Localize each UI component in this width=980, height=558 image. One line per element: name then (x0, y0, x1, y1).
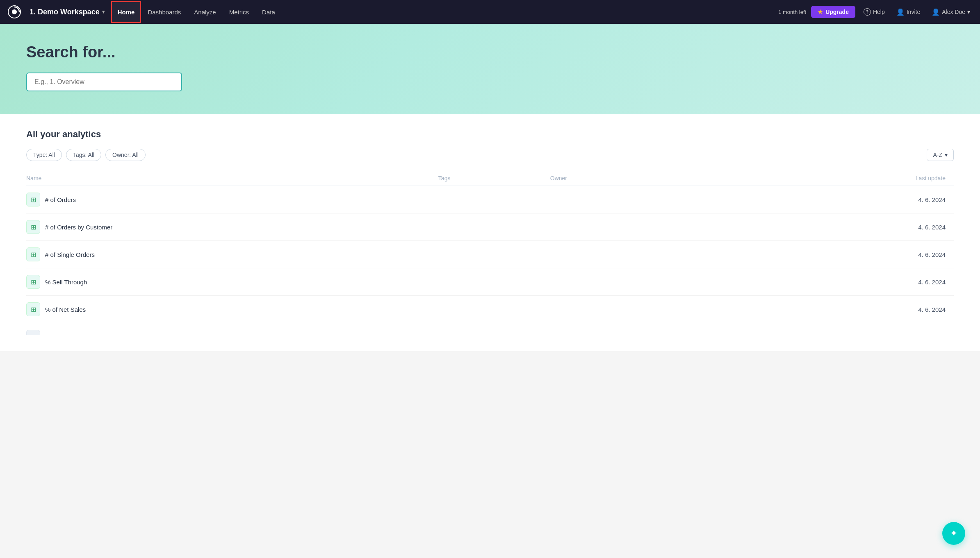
fab-icon: ✦ (950, 528, 957, 539)
nav-analyze[interactable]: Analyze (187, 1, 222, 23)
upgrade-button[interactable]: ★ Upgrade (811, 6, 855, 18)
table-row[interactable]: ▦ 1. Overview 57186148-75ca-4... 4. 6. 2… (26, 323, 954, 335)
col-header-owner: Owner (542, 171, 784, 186)
row-icon-1: ⊞ (26, 220, 40, 234)
row-owner-2 (542, 241, 784, 268)
main-nav: Home Dashboards Analyze Metrics Data (111, 1, 282, 23)
user-person-icon: 👤 (932, 8, 940, 16)
filters-row: Type: All Tags: All Owner: All A-Z ▾ (26, 149, 954, 161)
row-owner-5: 57186148-75ca-4... (542, 323, 784, 335)
section-title: All your analytics (26, 129, 954, 140)
help-button[interactable]: ? Help (860, 7, 888, 17)
invite-person-icon: 👤 (896, 8, 905, 16)
row-date-0: 4. 6. 2024 (784, 186, 954, 213)
row-name-3: % Sell Through (45, 279, 87, 286)
search-input[interactable] (26, 73, 182, 91)
col-header-name: Name (26, 171, 430, 186)
hero-section: Search for... (0, 24, 980, 114)
upgrade-label: Upgrade (825, 9, 849, 15)
row-tags-0 (430, 186, 542, 213)
nav-home[interactable]: Home (111, 1, 141, 23)
analytics-table-body: ⊞ # of Orders 4. 6. 2024 ⊞ # of Orders b… (26, 186, 954, 335)
user-name-label: Alex Doe (942, 9, 965, 15)
row-date-4: 4. 6. 2024 (784, 296, 954, 323)
row-name-cell-2: ⊞ # of Single Orders (26, 241, 430, 268)
sort-button[interactable]: A-Z ▾ (927, 149, 954, 161)
trial-badge: 1 month left (778, 9, 806, 15)
row-owner-4 (542, 296, 784, 323)
nav-data[interactable]: Data (255, 1, 282, 23)
help-icon: ? (864, 8, 871, 16)
invite-button[interactable]: 👤 Invite (893, 7, 923, 18)
row-name-cell-1: ⊞ # of Orders by Customer (26, 213, 430, 241)
row-owner-3 (542, 268, 784, 296)
analytics-table: Name Tags Owner Last update ⊞ # of Order… (26, 171, 954, 335)
filter-type-button[interactable]: Type: All (26, 149, 62, 161)
row-name-4: % of Net Sales (45, 306, 86, 313)
analytics-table-wrapper: Name Tags Owner Last update ⊞ # of Order… (26, 171, 954, 335)
row-tags-4 (430, 296, 542, 323)
table-row[interactable]: ⊞ # of Single Orders 4. 6. 2024 (26, 241, 954, 268)
invite-label: Invite (907, 9, 920, 15)
row-name-cell-0: ⊞ # of Orders (26, 186, 430, 213)
row-tags-2 (430, 241, 542, 268)
filter-tags-button[interactable]: Tags: All (66, 149, 101, 161)
filter-owner-button[interactable]: Owner: All (105, 149, 146, 161)
row-name-cell-4: ⊞ % of Net Sales (26, 296, 430, 323)
main-content: All your analytics Type: All Tags: All O… (0, 114, 980, 351)
row-name-1: # of Orders by Customer (45, 224, 112, 231)
nav-metrics[interactable]: Metrics (223, 1, 255, 23)
row-name-cell-3: ⊞ % Sell Through (26, 268, 430, 296)
upgrade-star-icon: ★ (818, 9, 823, 15)
row-name-5: 1. Overview (45, 333, 77, 335)
row-owner-0 (542, 186, 784, 213)
table-header: Name Tags Owner Last update (26, 171, 954, 186)
workspace-selector[interactable]: 1. Demo Workspace ▾ (26, 6, 108, 18)
user-chevron-icon: ▾ (967, 9, 970, 15)
user-menu-button[interactable]: 👤 Alex Doe ▾ (928, 7, 973, 18)
navbar: 1. Demo Workspace ▾ Home Dashboards Anal… (0, 0, 980, 24)
hero-title: Search for... (26, 43, 954, 61)
col-header-last-update: Last update (784, 171, 954, 186)
row-date-5: 4. 6. 2024 (784, 323, 954, 335)
svg-point-1 (12, 9, 17, 14)
app-logo (7, 4, 22, 20)
col-header-tags: Tags (430, 171, 542, 186)
navbar-right: 1 month left ★ Upgrade ? Help 👤 Invite 👤… (778, 6, 973, 18)
workspace-chevron: ▾ (102, 9, 105, 15)
table-row[interactable]: ⊞ % of Net Sales 4. 6. 2024 (26, 296, 954, 323)
sort-chevron-icon: ▾ (945, 152, 948, 158)
row-date-1: 4. 6. 2024 (784, 213, 954, 241)
row-name-0: # of Orders (45, 196, 76, 203)
sort-label: A-Z (933, 152, 942, 158)
row-tags-5 (430, 323, 542, 335)
table-row[interactable]: ⊞ % Sell Through 4. 6. 2024 (26, 268, 954, 296)
row-tags-3 (430, 268, 542, 296)
row-tags-1 (430, 213, 542, 241)
fab-button[interactable]: ✦ (942, 522, 965, 545)
row-icon-0: ⊞ (26, 193, 40, 206)
table-row[interactable]: ⊞ # of Orders 4. 6. 2024 (26, 186, 954, 213)
table-row[interactable]: ⊞ # of Orders by Customer 4. 6. 2024 (26, 213, 954, 241)
help-label: Help (873, 9, 885, 15)
row-icon-2: ⊞ (26, 247, 40, 261)
nav-dashboards[interactable]: Dashboards (141, 1, 187, 23)
row-icon-3: ⊞ (26, 275, 40, 289)
row-date-2: 4. 6. 2024 (784, 241, 954, 268)
row-name-cell-5: ▦ 1. Overview (26, 323, 430, 335)
row-icon-5: ▦ (26, 330, 40, 335)
row-owner-1 (542, 213, 784, 241)
row-icon-4: ⊞ (26, 302, 40, 316)
row-name-2: # of Single Orders (45, 251, 95, 258)
row-date-3: 4. 6. 2024 (784, 268, 954, 296)
workspace-label: 1. Demo Workspace (30, 8, 100, 16)
